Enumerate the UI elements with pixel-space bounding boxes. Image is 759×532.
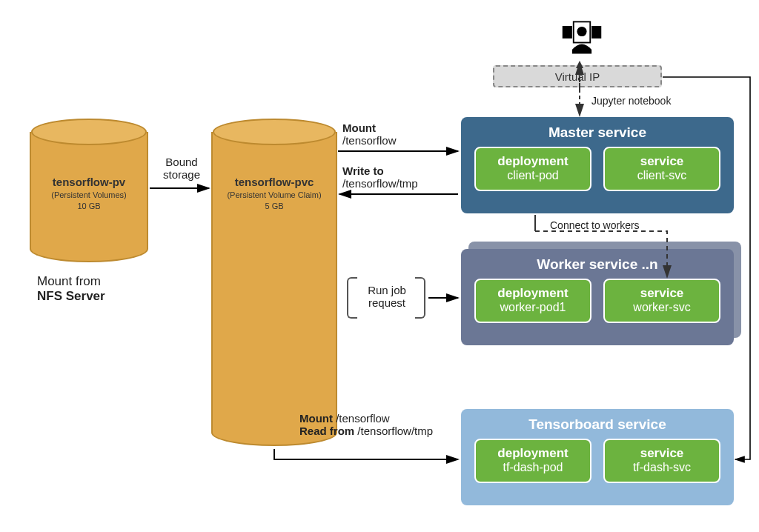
panel-master: Master service deployment client-pod ser… (461, 117, 734, 213)
worker-svc-sub: worker-svc (609, 301, 715, 314)
mount-rest: /tensorflow (342, 134, 397, 147)
tensor-deployment: deployment tf-dash-pod (474, 439, 591, 483)
tensor-service: service tf-dash-svc (603, 439, 720, 483)
master-deployment: deployment client-pod (474, 147, 591, 191)
label-jupyter: Jupyter notebook (591, 95, 671, 107)
label-mount: Mount /tensorflow (342, 122, 397, 147)
panel-worker: Worker service ..n deployment worker-pod… (461, 249, 734, 345)
bound-text: Bound storage (163, 156, 200, 181)
tensor-svc-head: service (609, 446, 715, 461)
label-bound: Bound storage (153, 156, 211, 181)
svg-point-3 (577, 27, 586, 36)
panel-tensorboard: Tensorboard service deployment tf-dash-p… (461, 409, 734, 505)
nfs-label: Mount from NFS Server (37, 274, 105, 304)
worker-svc-head: service (609, 286, 715, 301)
label-runjob: Run job request (360, 284, 414, 309)
label-connect: Connect to workers (550, 219, 640, 231)
nfs-line1: Mount from (37, 274, 101, 288)
worker-dep-sub: worker-pod1 (480, 301, 586, 314)
readfrom-rest: /tensorflow/tmp (357, 425, 433, 437)
pvc-size: 5 GB (213, 201, 336, 212)
mount2-b: Mount (299, 412, 333, 425)
virtual-ip-box: Virtual IP (493, 65, 662, 87)
tensor-svc-sub: tf-dash-svc (609, 461, 715, 474)
mount-b: Mount (342, 122, 376, 134)
worker-service: service worker-svc (603, 279, 720, 323)
pv-subtitle: (Persistent Volumes) (31, 190, 147, 201)
bracket-left (347, 277, 357, 319)
writeto-rest: /tensorflow/tmp (342, 177, 418, 190)
user-icon (560, 15, 604, 59)
master-service: service client-svc (603, 147, 720, 191)
master-dep-head: deployment (480, 154, 586, 169)
writeto-b: Write to (342, 164, 384, 177)
pvc-title: tensorflow-pvc (213, 175, 336, 190)
label-mount-read: Mount /tensorflow Read from /tensorflow/… (299, 412, 433, 437)
tensor-dep-head: deployment (480, 446, 586, 461)
svg-rect-1 (591, 26, 601, 39)
cylinder-pvc: tensorflow-pvc (Persistent Volume Claim)… (211, 132, 337, 446)
tensor-dep-sub: tf-dash-pod (480, 461, 586, 474)
worker-title: Worker service ..n (471, 256, 723, 273)
pv-size: 10 GB (31, 201, 147, 212)
tensor-title: Tensorboard service (471, 416, 723, 433)
nfs-line2: NFS Server (37, 289, 105, 303)
worker-deployment: deployment worker-pod1 (474, 279, 591, 323)
master-svc-head: service (609, 154, 715, 169)
pvc-subtitle: (Persistent Volume Claim) (213, 190, 336, 201)
master-dep-sub: client-pod (480, 169, 586, 182)
label-writeto: Write to /tensorflow/tmp (342, 164, 418, 190)
master-svc-sub: client-svc (609, 169, 715, 182)
readfrom-b: Read from (299, 425, 354, 437)
svg-rect-0 (563, 26, 572, 39)
mount2-rest: /tensorflow (336, 412, 390, 425)
worker-dep-head: deployment (480, 286, 586, 301)
pv-title: tensorflow-pv (31, 175, 147, 190)
bracket-right (415, 277, 425, 319)
master-title: Master service (471, 124, 723, 141)
cylinder-pv: tensorflow-pv (Persistent Volumes) 10 GB (30, 132, 148, 262)
